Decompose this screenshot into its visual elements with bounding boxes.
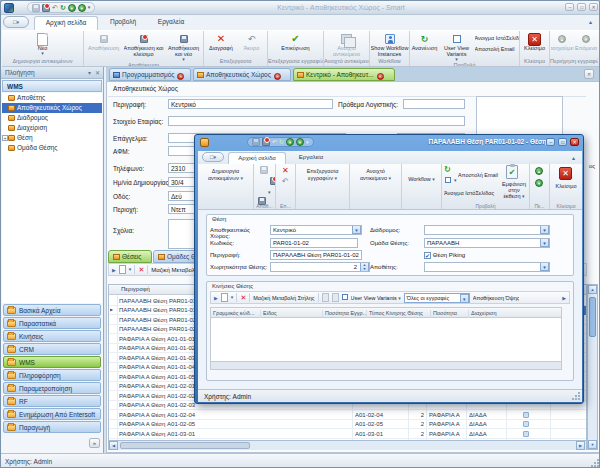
dialog-titlebar[interactable]: ↶ ↻ ▼ ▼ ▾ ΠΑΡΑΛΑΒΗ Θέση PAR01-01-02 - Θέ… [195,135,583,150]
scroll-left-icon[interactable]: ◀ [109,441,118,450]
movements-new-row-icon[interactable] [221,293,228,302]
scroll-up-icon[interactable]: ▲ [588,285,597,294]
table-row[interactable]: ΡΑΦΑΡΙΑ Α Θέση A01-02-05 A01-02-05 2 ΡΑΦ… [109,420,586,429]
dialog-close-view-button[interactable]: Κλείσιμο [550,183,582,190]
tree-item-management[interactable]: Διαχείριση [2,123,102,133]
sidebar-overflow-button[interactable]: » [89,438,100,448]
table-row[interactable]: ΡΑΦΑΡΙΑ Α Θέση A01-02-04 A01-02-04 2 ΡΑΦ… [109,411,586,420]
paste-icon[interactable] [332,293,339,302]
dropdown-icon[interactable]: ▾ [540,262,549,271]
scroll-right-icon[interactable]: ▶ [576,441,585,450]
tree-item-position[interactable]: +Θέση [2,133,102,143]
dialog-ribbon-collapse-icon[interactable]: ▴ [572,154,575,161]
dialog-show-in-view-button[interactable]: Εμφάνιση στην έκθεση ▾ [500,181,528,199]
qat-forward-icon[interactable]: ▼ [78,4,86,12]
dialog-open-webpage-button[interactable]: Άνοιγμα ΙστόΣελίδας [444,190,506,197]
tab-tools[interactable]: Εργαλεία [148,16,194,30]
table-row[interactable]: ΡΑΦΑΡΙΑ Α Θέση A01-03-01 A01-03-01 2 ΡΑΦ… [109,430,586,439]
movements-grid-body[interactable] [210,318,562,362]
sidebar-close-icon[interactable]: ✕ [95,69,100,76]
dialog-application-menu-button[interactable]: □▾ [202,152,224,162]
toolbar-overflow-icon[interactable]: ▶ [562,295,566,301]
scroll-thumb[interactable] [589,297,596,337]
horizontal-scrollbar[interactable]: ◀ ▶ [109,440,586,450]
qat-customize-icon[interactable]: ▾ [88,5,91,10]
spinner-icon[interactable]: ▲▼ [360,262,369,272]
aisle-field[interactable]: ▾ [424,225,550,235]
maximize-button[interactable]: □ [577,3,586,11]
tree-item-position-group[interactable]: Ομάδα Θέσης [2,143,102,153]
previous-icon[interactable]: ▲ [535,167,543,175]
picking-checkbox[interactable] [523,431,529,438]
tab-home[interactable]: Αρχική σελίδα [34,16,98,30]
new-button[interactable]: Νέο ▾ [21,32,65,58]
warehouse-field[interactable]: Κεντρικό▾ [270,225,362,235]
capacity-field[interactable]: 2▲▼ [270,262,370,272]
qat-save-close-icon[interactable] [262,138,270,146]
dialog-minimize-button[interactable]: – [546,138,555,146]
column-chooser-icon[interactable]: ▶ [112,267,116,273]
user-view-variants-button[interactable]: User View Variants ▾ [440,32,474,62]
open-webpage-button[interactable]: Άνοιγμα ΙστόΣελίδας [475,35,519,42]
dropdown-icon[interactable]: ▾ [540,238,549,247]
refresh-button[interactable]: ↻ Ανανέωση [411,32,439,62]
save-close-button[interactable]: Αποθήκευση και κλείσιμο [124,32,164,62]
undo-button[interactable]: ↶ Άκυρο [238,32,266,58]
delete-icon[interactable]: ✕ [282,166,289,176]
sidebar-item-crm[interactable]: CRM [3,343,101,355]
dialog-tab-tools[interactable]: Εργαλεία [289,152,333,164]
save-view-button[interactable]: Αποθήκευση Όψης [473,295,520,301]
qat-refresh-icon[interactable]: ↻ [60,3,66,12]
undo-icon[interactable]: ↶ [282,177,289,186]
dialog-close-red-icon[interactable]: ✕ [559,167,572,180]
next-icon[interactable]: ▼ [535,179,543,187]
variants-icon[interactable] [342,294,348,301]
dialog-send-email-button[interactable]: Αποστολή Email [458,172,502,179]
qat-forward-icon[interactable]: ▼ [296,138,304,146]
tab-close-icon[interactable]: ✕ [274,73,281,80]
scroll-down-icon[interactable]: ▼ [588,440,597,449]
qat-back-icon[interactable]: ▼ [286,138,294,146]
picking-checkbox[interactable] [523,421,529,428]
qat-save-icon[interactable] [32,4,40,12]
next-record-button[interactable]: ▼ Επόμενο [575,32,598,58]
delete-button[interactable]: ✕ Διαγραφή [206,32,237,58]
tab-positions[interactable]: Θέσεις [108,250,152,263]
scroll-thumb[interactable] [120,442,250,449]
grid-header-description[interactable]: Περιγραφή [121,286,150,292]
refresh-icon[interactable]: ↻ [444,165,451,174]
qat-refresh-icon[interactable]: ↻ [279,138,284,146]
resize-grip[interactable] [591,459,599,467]
sidebar-item-basic-files[interactable]: Βασικά Αρχεία [3,304,101,316]
dropdown-icon[interactable]: ▾ [540,225,549,234]
dialog-records-button[interactable]: Επεξεργασία εγγραφών ▾ [296,168,349,181]
qat-save-icon[interactable] [252,138,260,146]
sidebar-pin-icon[interactable]: ▾ [88,69,91,76]
grid-new-row-icon[interactable] [119,265,126,274]
save-new-button[interactable]: Αποθήκευση και νέο ▾ [165,32,203,62]
dialog-resize-grip[interactable] [572,392,580,400]
dialog-close-button[interactable]: ✕ [570,138,579,146]
qat-customize-icon[interactable]: ▾ [306,140,309,145]
sidebar-section-header[interactable]: WMS [2,80,102,92]
description-field[interactable]: ΠΑΡΑΛΑΒΗ Θέση PAR01-01-02 [270,250,362,260]
qat-save-close-icon[interactable] [42,4,50,12]
variants-icon[interactable] [445,177,451,184]
description-field[interactable]: Κεντρικό [168,99,333,109]
sidebar-item-parametrization[interactable]: Παραμετροποίηση [3,382,101,394]
movements-delete-icon[interactable]: ✕ [240,294,246,302]
position-group-field[interactable]: ΠΑΡΑΛΑΒΗ▾ [424,238,550,248]
sidebar-item-movements[interactable]: Κινήσεις [3,330,101,342]
send-email-button[interactable]: Αποστολή Email [475,46,519,53]
sidebar-item-documents[interactable]: Παραστατικά [3,317,101,329]
sidebar-item-rf[interactable]: RF [3,395,101,407]
document-tab-planning[interactable]: Προγραμματισμός✕ [109,68,191,81]
validate-button[interactable]: ✔ Επικύρωση [271,32,321,58]
dropdown-icon[interactable]: ▾ [352,225,361,234]
dialog-workflow-button[interactable]: Workflow ▾ [402,176,441,183]
picking-checkbox[interactable] [523,412,529,419]
app-icon[interactable] [4,3,14,13]
tabstrip-close-button[interactable]: ✕ [584,69,594,79]
show-in-view-icon[interactable]: ✔ [506,165,518,179]
code-field[interactable]: PAR01-01-02 [270,238,358,248]
